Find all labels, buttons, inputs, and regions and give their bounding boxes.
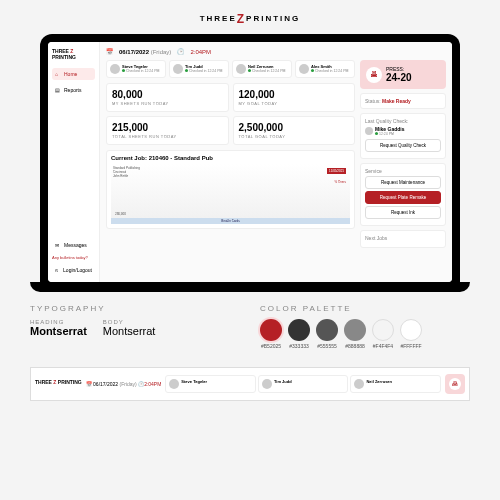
sidebar-notice: Any bulletins today?	[52, 255, 95, 260]
person-card[interactable]: Tim JuddChecked in 12:24 PM	[169, 60, 229, 78]
request-qc-button[interactable]: Request Quality Check	[365, 139, 441, 152]
job-ticket[interactable]: Standard PublishingCincinnatiJohn Rettle…	[111, 164, 350, 224]
printer-icon: 🖶	[366, 67, 382, 83]
person-card[interactable]: Neil ZerrusenChecked in 12:24 PM	[232, 60, 292, 78]
person-card[interactable]: Neil Zerrusen	[350, 375, 441, 393]
calendar-icon: 📅	[106, 48, 113, 55]
sidebar: THREE Z PRINTING ⌂Home ▤Reports ✉Message…	[48, 42, 100, 282]
logout-link[interactable]: ⎋Login/Logout	[52, 264, 95, 276]
person-card[interactable]: Tim Judd	[258, 375, 349, 393]
person-card[interactable]: Steve TegelerChecked in 12:24 PM	[106, 60, 166, 78]
press-badge: 🖶	[445, 374, 465, 394]
color-swatch: #888888	[344, 319, 366, 349]
avatar	[236, 64, 246, 74]
next-jobs-panel: Next Jobs	[360, 230, 446, 248]
status-panel: Status: Make Ready	[360, 93, 446, 109]
avatar	[110, 64, 120, 74]
clock-icon: 🕑	[177, 48, 184, 55]
preview-strip: THREE Z PRINTING 📅 06/17/2022 (Friday) 🕑…	[30, 367, 470, 401]
color-swatch: #F4F4F4	[372, 319, 394, 349]
request-plate-button[interactable]: Request Plate Remake	[365, 191, 441, 204]
printer-icon: 🖶	[449, 378, 461, 390]
typography-section: TYPOGRAPHY HEADINGMontserrat BODYMontser…	[30, 304, 240, 349]
sidebar-logo: THREE Z PRINTING	[52, 48, 95, 60]
topbar: 📅 06/17/2022 (Friday) 🕑 2:04PM	[106, 48, 446, 55]
file-icon: ▤	[55, 87, 61, 93]
qc-panel: Last Quality Check: Mike Gaddis12:24 PM …	[360, 113, 446, 159]
strip-logo: THREE Z PRINTING	[35, 379, 82, 385]
logout-icon: ⎋	[55, 267, 60, 273]
avatar	[354, 379, 364, 389]
brand-logo: THREEZPRINTING	[0, 12, 500, 26]
time-text: 2:04PM	[190, 49, 211, 55]
palette-section: COLOR PALETTE #B52025 #333333 #555555 #8…	[260, 304, 470, 349]
current-job-panel: Current Job: 210460 - Standard Pub Stand…	[106, 150, 355, 229]
press-badge: 🖶 PRESS:24-20	[360, 60, 446, 89]
avatar	[299, 64, 309, 74]
service-panel: Service Request Maintenance Request Plat…	[360, 163, 446, 226]
laptop-base	[30, 282, 470, 292]
metric-card: 2,500,000TOTAL GOAL TODAY	[233, 116, 356, 145]
date-text: 06/17/2022 (Friday)	[119, 49, 171, 55]
metric-card: 215,000TOTAL SHEETS RUN TODAY	[106, 116, 229, 145]
metric-card: 120,000MY GOAL TODAY	[233, 83, 356, 112]
avatar	[173, 64, 183, 74]
avatar	[365, 127, 373, 135]
sidebar-item-home[interactable]: ⌂Home	[52, 68, 95, 80]
color-swatch: #B52025	[260, 319, 282, 349]
person-card[interactable]: Alex SmithChecked in 12:24 PM	[295, 60, 355, 78]
avatar	[169, 379, 179, 389]
avatar	[262, 379, 272, 389]
sidebar-item-reports[interactable]: ▤Reports	[52, 84, 95, 96]
color-swatch: #FFFFFF	[400, 319, 422, 349]
sidebar-item-messages[interactable]: ✉Messages	[52, 239, 95, 251]
color-swatch: #555555	[316, 319, 338, 349]
message-icon: ✉	[55, 242, 61, 248]
color-swatch: #333333	[288, 319, 310, 349]
job-date-badge: 11/05/2021	[327, 168, 346, 174]
request-ink-button[interactable]: Request Ink	[365, 206, 441, 219]
metric-card: 80,000MY SHEETS RUN TODAY	[106, 83, 229, 112]
person-card[interactable]: Steve Tegeler	[165, 375, 256, 393]
home-icon: ⌂	[55, 71, 61, 77]
request-maintenance-button[interactable]: Request Maintenance	[365, 176, 441, 189]
laptop-frame: THREE Z PRINTING ⌂Home ▤Reports ✉Message…	[40, 34, 460, 282]
